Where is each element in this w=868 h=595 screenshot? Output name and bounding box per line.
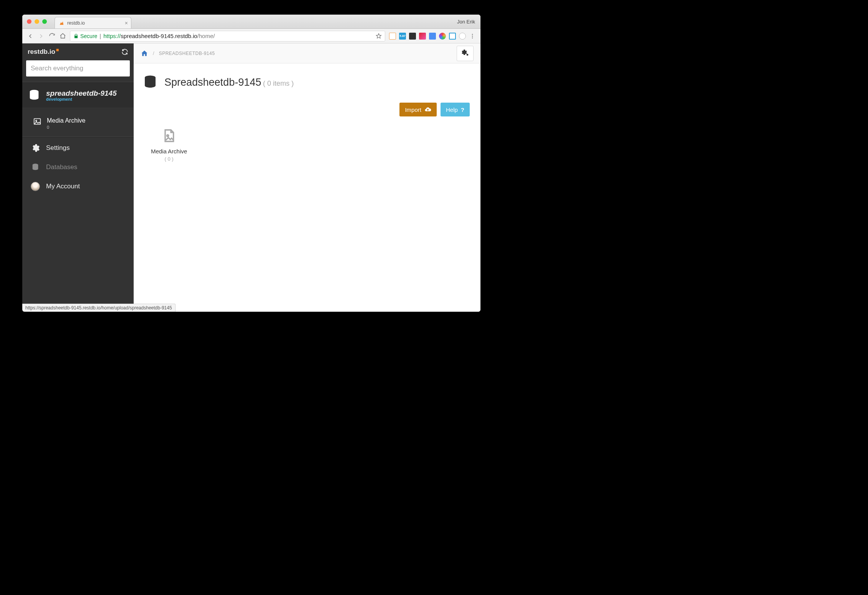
database-name: spreadsheetdb-9145 [46, 90, 117, 97]
sidebar: restdb.io■ spreadsheetdb-9145 developmen… [22, 43, 134, 312]
favicon-icon [59, 20, 64, 26]
browser-profile-name[interactable]: Jon Erik [457, 19, 475, 25]
collection-count: 0 [47, 125, 86, 130]
home-button[interactable] [59, 33, 66, 40]
ext-icon-1[interactable] [389, 33, 396, 40]
status-bar-url: https://spreadsheetdb-9145.restdb.io/hom… [22, 304, 176, 312]
breadcrumb-current: SPREADSHEETDB-9145 [159, 51, 215, 56]
nav-label: Settings [46, 144, 70, 152]
window-controls [27, 19, 47, 24]
browser-tab[interactable]: restdb.io × [55, 17, 131, 28]
button-label: Help [446, 106, 458, 113]
avatar [31, 182, 40, 191]
reload-button[interactable] [48, 33, 55, 40]
page-settings-button[interactable] [457, 46, 474, 61]
ext-icon-7[interactable] [449, 33, 456, 40]
svg-point-8 [167, 135, 169, 136]
search-input[interactable] [26, 60, 130, 76]
window-minimize[interactable] [35, 19, 39, 24]
tab-title: restdb.io [67, 20, 85, 26]
logo-text: restdb.io [28, 48, 55, 56]
browser-toolbar: Secure | https://spreadsheetdb-9145.rest… [22, 29, 480, 43]
sidebar-item-my-account[interactable]: My Account [31, 179, 129, 193]
svg-point-2 [472, 37, 473, 38]
tile-count: ( 0 ) [142, 156, 196, 162]
cloud-upload-icon [424, 106, 431, 113]
breadcrumb-bar: / SPREADSHEETDB-9145 [134, 43, 480, 63]
secure-label: Secure [80, 33, 97, 39]
secure-indicator: Secure [73, 33, 97, 39]
image-file-icon [161, 128, 177, 143]
sidebar-item-settings[interactable]: Settings [31, 141, 129, 155]
help-button[interactable]: Help ? [441, 103, 470, 116]
sidebar-item-databases[interactable]: Databases [31, 160, 129, 174]
window-close[interactable] [27, 19, 31, 24]
logo-accent-icon: ■ [56, 47, 59, 53]
url-text: https://spreadsheetdb-9145.restdb.io/hom… [103, 33, 215, 39]
page-title: Spreadsheetdb-9145 [164, 76, 261, 88]
svg-point-0 [472, 34, 473, 35]
current-database[interactable]: spreadsheetdb-9145 development [22, 83, 134, 108]
nav-label: Databases [46, 163, 77, 171]
svg-point-5 [36, 120, 37, 121]
ext-icon-4[interactable] [419, 33, 426, 40]
logo[interactable]: restdb.io■ [28, 48, 59, 56]
breadcrumb-separator: / [153, 50, 154, 56]
collection-label: Media Archive [47, 117, 86, 124]
ext-icon-3[interactable] [409, 33, 416, 40]
page-item-count: ( 0 items ) [263, 80, 294, 87]
browser-tabstrip: restdb.io × Jon Erik [22, 15, 480, 29]
tile-media-archive[interactable]: Media Archive ( 0 ) [142, 128, 196, 162]
svg-point-1 [472, 35, 473, 36]
back-button[interactable] [27, 33, 34, 40]
lock-icon [73, 33, 79, 39]
tab-close-icon[interactable]: × [125, 20, 128, 26]
import-button[interactable]: Import [399, 103, 437, 116]
window-maximize[interactable] [42, 19, 47, 24]
question-icon: ? [461, 106, 464, 113]
address-bar[interactable]: Secure | https://spreadsheetdb-9145.rest… [70, 31, 385, 42]
database-icon [28, 89, 41, 102]
ext-icon-8[interactable] [459, 33, 466, 40]
refresh-icon[interactable] [121, 48, 128, 55]
sidebar-collection-media-archive[interactable]: Media Archive 0 [33, 117, 129, 130]
tile-label: Media Archive [142, 148, 196, 155]
ext-icon-5[interactable] [429, 33, 436, 40]
database-icon [31, 163, 40, 172]
ext-icon-6[interactable] [439, 33, 446, 40]
database-icon [142, 74, 158, 90]
bookmark-star-icon[interactable] [376, 33, 382, 39]
gear-icon [31, 143, 40, 153]
browser-menu-icon[interactable] [469, 33, 476, 40]
gears-icon [461, 49, 470, 58]
database-env: development [46, 97, 117, 101]
nav-label: My Account [46, 183, 80, 190]
button-label: Import [405, 106, 421, 113]
home-icon[interactable] [141, 50, 148, 57]
main-content: / SPREADSHEETDB-9145 Spreadsheetdb-9145 … [134, 43, 480, 312]
extension-icons: 5.87 [389, 33, 476, 40]
ext-icon-2[interactable]: 5.87 [399, 33, 406, 40]
forward-button[interactable] [38, 33, 45, 40]
image-icon [33, 117, 41, 126]
